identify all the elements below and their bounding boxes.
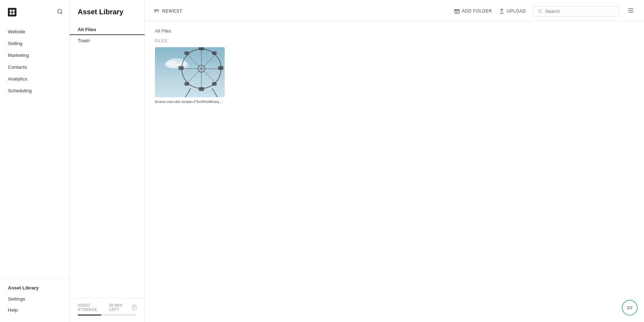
sidebar-footer: VIDEO STORAGE 30 MIN LEFT ? — [70, 298, 145, 322]
sidebar-item-contacts[interactable]: Contacts — [0, 61, 69, 73]
main-nav: Website Selling Marketing Contacts Analy… — [0, 22, 69, 278]
sidebar-item-marketing[interactable]: Marketing — [0, 49, 69, 61]
asset-library-nav: All Files Trash — [70, 23, 145, 48]
search-box-icon — [538, 9, 542, 14]
file-thumbnail — [155, 47, 225, 97]
svg-rect-34 — [212, 52, 216, 55]
svg-rect-2 — [13, 10, 15, 12]
sidebar-top — [0, 0, 69, 22]
add-folder-label: ADD FOLDER — [462, 9, 492, 14]
nav-trash[interactable]: Trash — [70, 35, 145, 46]
sort-label: NEWEST — [162, 9, 182, 14]
svg-rect-3 — [10, 13, 12, 15]
video-storage-fill — [78, 314, 101, 316]
asset-library-title: Asset Library — [70, 0, 145, 23]
svg-line-16 — [541, 12, 542, 13]
view-toggle-button[interactable] — [626, 6, 635, 16]
header-actions: ADD FOLDER UPLOAD — [454, 6, 635, 16]
sidebar-bottom: Asset Library Settings Help — [0, 278, 69, 322]
sidebar-item-analytics[interactable]: Analytics — [0, 73, 69, 85]
svg-rect-32 — [218, 66, 223, 70]
files-grid: bruno-van-der-kraan-FSvWioAKwqU-unsplas.… — [155, 47, 634, 104]
files-section-label: FILES — [155, 39, 634, 43]
sort-icon — [153, 8, 159, 15]
page-counter-badge[interactable]: 2/2 — [622, 300, 638, 316]
video-storage-label: VIDEO STORAGE 30 MIN LEFT ? — [78, 303, 137, 312]
video-storage-bar — [78, 314, 137, 316]
sidebar-item-scheduling[interactable]: Scheduling — [0, 85, 69, 97]
sidebar-item-asset-library[interactable]: Asset Library — [0, 282, 69, 293]
sort-control[interactable]: NEWEST — [153, 8, 182, 15]
svg-line-6 — [61, 13, 63, 14]
upload-label: UPLOAD — [507, 9, 526, 14]
svg-rect-37 — [212, 82, 216, 86]
main-body: All Files FILES — [145, 21, 644, 322]
breadcrumb: All Files — [155, 28, 634, 34]
sidebar-item-selling[interactable]: Selling — [0, 38, 69, 49]
svg-rect-35 — [185, 52, 189, 55]
secondary-sidebar: Asset Library All Files Trash VIDEO STOR… — [70, 0, 145, 322]
file-card[interactable]: bruno-van-der-kraan-FSvWioAKwqU-unsplas.… — [155, 47, 225, 104]
svg-rect-36 — [185, 82, 189, 86]
file-name: bruno-van-der-kraan-FSvWioAKwqU-unsplas.… — [155, 99, 225, 104]
svg-rect-1 — [10, 10, 12, 12]
svg-rect-31 — [199, 87, 204, 91]
main-header: NEWEST ADD FOLDER UPLOAD — [145, 0, 644, 21]
storage-help-icon[interactable]: ? — [132, 304, 137, 310]
search-icon[interactable] — [57, 9, 63, 16]
main-content: NEWEST ADD FOLDER UPLOAD — [145, 0, 644, 322]
squarespace-logo[interactable] — [6, 6, 18, 18]
sidebar-item-help[interactable]: Help — [0, 304, 69, 316]
nav-all-files[interactable]: All Files — [70, 24, 145, 35]
svg-rect-0 — [8, 8, 16, 16]
add-folder-button[interactable]: ADD FOLDER — [454, 9, 492, 14]
svg-point-22 — [165, 61, 177, 68]
svg-rect-33 — [179, 66, 184, 70]
search-input[interactable] — [545, 9, 614, 14]
svg-rect-30 — [199, 47, 204, 50]
upload-button[interactable]: UPLOAD — [499, 9, 526, 14]
left-sidebar: Website Selling Marketing Contacts Analy… — [0, 0, 70, 322]
sidebar-item-settings[interactable]: Settings — [0, 293, 69, 304]
search-box[interactable] — [533, 6, 619, 16]
svg-rect-4 — [13, 13, 15, 15]
sidebar-item-website[interactable]: Website — [0, 26, 69, 38]
